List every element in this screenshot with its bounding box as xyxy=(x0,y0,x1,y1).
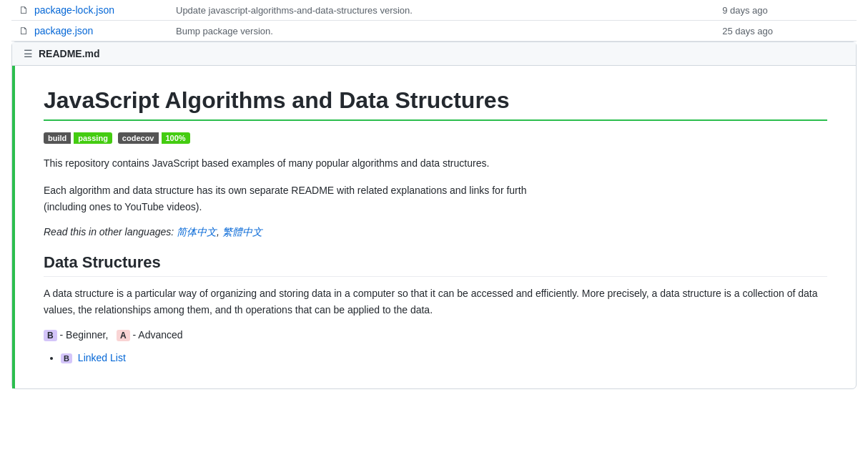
item-badge: B xyxy=(61,353,72,363)
section-data-structures: Data Structures xyxy=(44,253,827,277)
file-icon: 🗋 xyxy=(19,25,29,36)
readme-header: ☰ README.md xyxy=(12,42,856,66)
badge-codecov-value: 100% xyxy=(162,132,190,144)
readme-container: ☰ README.md JavaScript Algorithms and Da… xyxy=(11,41,857,389)
readme-para-2: Each algorithm and data structure has it… xyxy=(44,182,827,215)
badge-beginner: B xyxy=(44,330,57,341)
badge-build-label: build xyxy=(44,132,71,144)
legend-beginner-label: - Beginner, xyxy=(60,329,109,341)
readme-body: JavaScript Algorithms and Data Structure… xyxy=(12,66,856,388)
readme-header-title: README.md xyxy=(39,48,100,59)
table-row: 🗋 package.json Bump package version. 25 … xyxy=(11,21,857,41)
file-icon: 🗋 xyxy=(19,4,29,16)
lang-link-simplified[interactable]: 简体中文 xyxy=(177,226,217,238)
file-name-link[interactable]: package-lock.json xyxy=(34,4,114,16)
lang-link-traditional[interactable]: 繁體中文 xyxy=(222,226,262,238)
para2-start: Each algorithm and data structure has it… xyxy=(44,185,526,196)
badges-row: build passing codecov 100% xyxy=(44,132,827,144)
data-struct-para: A data structure is a particular way of … xyxy=(44,285,827,318)
para2-end: (including ones to YouTube videos). xyxy=(44,201,202,212)
readme-para-1: This repository contains JavaScript base… xyxy=(44,155,827,171)
readme-main-title: JavaScript Algorithms and Data Structure… xyxy=(44,87,827,121)
file-commit-msg: Update javascript-algorithms-and-data-st… xyxy=(176,5,413,16)
legend: B - Beginner, A - Advanced xyxy=(44,329,827,341)
list-item: B Linked List xyxy=(61,349,827,367)
file-commit-msg: Bump package version. xyxy=(176,26,273,36)
file-time: 9 days ago xyxy=(722,5,768,16)
badge-advanced: A xyxy=(117,330,130,341)
linked-list-link[interactable]: Linked List xyxy=(78,352,126,363)
lang-prefix: Read this in other languages: xyxy=(44,226,174,238)
file-name-link[interactable]: package.json xyxy=(34,25,94,36)
structures-list: B Linked List xyxy=(44,349,827,367)
para1-text: This repository contains JavaScript base… xyxy=(44,157,489,169)
file-table: 🗋 package-lock.json Update javascript-al… xyxy=(11,0,857,41)
badge-codecov-label: codecov xyxy=(118,132,159,144)
content-area: 🗋 package-lock.json Update javascript-al… xyxy=(0,0,868,389)
read-in-lang: Read this in other languages: 简体中文, 繁體中文 xyxy=(44,226,827,239)
file-time: 25 days ago xyxy=(722,26,773,36)
badge-build-value: passing xyxy=(74,132,112,144)
readme-icon: ☰ xyxy=(24,48,33,59)
table-row: 🗋 package-lock.json Update javascript-al… xyxy=(11,0,857,21)
page-wrapper: 🗋 package-lock.json Update javascript-al… xyxy=(0,0,868,389)
legend-advanced-label: - Advanced xyxy=(133,329,183,341)
